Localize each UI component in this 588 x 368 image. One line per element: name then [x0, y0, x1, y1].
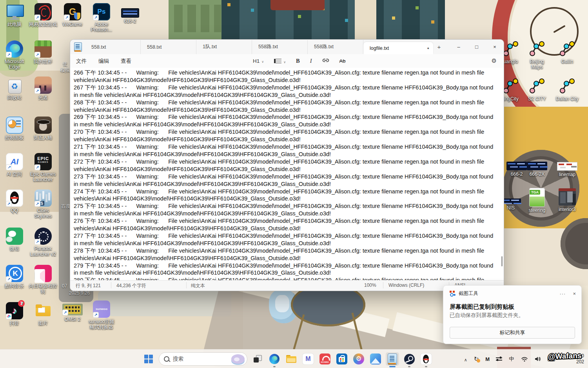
desktop-icon-netease-games[interactable]: 网易发烧游戏	[29, 3, 58, 27]
scrollbar-thumb[interactable]	[501, 256, 503, 266]
log-text[interactable]: 266 下午 10:34:45 - - Warning: File vehicl…	[70, 68, 504, 280]
wallpaper-pillar	[355, 0, 376, 39]
heading-dropdown[interactable]: H1∨	[253, 58, 264, 64]
desktop-icon-sz-city[interactable]: SZ CITY	[523, 78, 551, 102]
desktop-icon-recycle-bin[interactable]: ♻ 回收站	[0, 77, 29, 100]
desktop-icon-photoshop[interactable]: Ps AdobePhotosh...	[87, 3, 116, 33]
desktop-icon-identity-v[interactable]: 第五人格	[29, 117, 58, 140]
desktop-icon-sky[interactable]: 光遇	[29, 77, 58, 100]
toast-close-icon[interactable]: ×	[573, 291, 576, 297]
desktop-icon-cities-skylines[interactable]: CS CitiesSkylines	[29, 189, 58, 219]
menu-view[interactable]: 查看	[115, 58, 137, 65]
tab-558-2[interactable]: 558.txt	[141, 40, 196, 54]
clear-format-button[interactable]: Ab	[339, 58, 346, 64]
desktop-icon-kugou[interactable]: 酷狗音乐	[0, 265, 29, 289]
desktop-icon-wechat[interactable]: 微信	[0, 228, 29, 251]
taskbar: 搜索 M HUAWEI ⚙ ∧ ↻ M 中 上午 10:10	[0, 349, 588, 368]
taskbar-ms-store[interactable]	[335, 352, 348, 366]
desktop-icon-dalian-city[interactable]: Dalian City	[554, 78, 581, 102]
search-icon	[164, 356, 169, 362]
tray-chevron-up-icon[interactable]: ∧	[464, 357, 467, 363]
map-dots-icon	[502, 78, 519, 95]
menu-file[interactable]: 文件	[70, 58, 93, 65]
start-button[interactable]	[142, 352, 155, 366]
speaker-icon[interactable]	[535, 356, 541, 362]
taskbar-edge[interactable]	[268, 352, 281, 366]
status-eol[interactable]: Windows (CRLF)	[388, 282, 424, 288]
taskbar-explorer[interactable]	[285, 352, 298, 366]
map-dots-icon	[559, 40, 576, 58]
wallpaper-red-band	[270, 0, 325, 10]
snipping-tool-toast[interactable]: 截图工具 ··· × 屏幕截图已复制到剪贴板 已自动保存到屏幕截图文件夹。 标记…	[443, 285, 582, 344]
tray-m-icon[interactable]: M	[485, 356, 489, 362]
desktop-icon-qq[interactable]: QQ	[0, 189, 29, 213]
desktop-icon-sunlogin[interactable]: 向日葵远程控制	[29, 265, 58, 294]
taskbar-gear-app[interactable]: ⚙	[352, 352, 365, 366]
markup-share-button[interactable]: 标记和共享	[450, 327, 575, 339]
desktop-icon-edge[interactable]: MicrosoftEdge	[0, 40, 29, 70]
tab-558lu-2[interactable]: 558路.txt	[308, 40, 363, 54]
list-dropdown[interactable]: ∨	[274, 58, 286, 65]
kugou-icon	[6, 265, 23, 282]
desktop-icon-minecraft[interactable]: 我的世界	[29, 40, 58, 64]
status-zoom[interactable]: 100%	[364, 282, 376, 288]
ime-indicator[interactable]: 中	[509, 355, 514, 363]
desktop-icon-epic[interactable]: EPICGAMES Epic GamesLauncher	[29, 153, 58, 182]
link-button[interactable]	[322, 58, 329, 65]
epic-games-icon: EPICGAMES	[34, 153, 52, 170]
tray-sync-icon[interactable]: ↻	[474, 355, 479, 363]
desktop-icon-guilin[interactable]: Guilin	[554, 40, 581, 64]
bold-button[interactable]: B	[296, 58, 300, 64]
settings-gear-icon[interactable]: ⚙	[492, 57, 497, 64]
edge-icon	[269, 354, 279, 364]
desktop-icon-control-panel[interactable]: 控制面板	[0, 117, 29, 140]
toast-app-name: 截图工具	[459, 290, 478, 297]
desktop-icon-666-2x[interactable]: 666-2X	[523, 156, 551, 177]
taskbar-photos[interactable]	[369, 352, 382, 366]
snipping-tool-icon	[450, 291, 456, 297]
desktop-icon-beijing-maps[interactable]: BeijingMaps	[523, 40, 551, 70]
desktop-icon-pictures[interactable]: 图片	[29, 302, 58, 326]
desktop-icon-douyin[interactable]: ♪7 抖音	[0, 302, 29, 326]
tab-1dui[interactable]: 1队.txt	[196, 40, 252, 54]
watermark: @Wafans	[548, 352, 582, 361]
map-dots-icon	[502, 40, 519, 58]
desktop-icon-wegame[interactable]: G WeGame	[58, 3, 87, 27]
new-tab-button[interactable]: +	[433, 44, 445, 50]
close-button[interactable]: ×	[486, 40, 504, 54]
huawei-icon: HUAWEI	[319, 353, 330, 364]
minimize-button[interactable]: –	[450, 40, 468, 54]
tab-558[interactable]: 558.txt	[85, 40, 141, 54]
desktop-icon-sunwoo[interactable]: sunwoo sunwoo音频格式转换器	[87, 301, 116, 330]
desktop-icon-this-pc[interactable]: 此电脑	[0, 3, 29, 27]
tab-logfile-active[interactable]: logfile.txt ●	[363, 42, 433, 54]
wifi-icon[interactable]	[521, 356, 528, 362]
desktop-icon-linemap[interactable]: linemap	[554, 156, 581, 177]
desktop-icon-steering[interactable]: TGA steering	[523, 188, 551, 213]
italic-button[interactable]: I	[310, 58, 312, 64]
chevron-down-icon: ∨	[261, 60, 264, 64]
status-doc-type: 纯文本	[191, 282, 205, 289]
maximize-button[interactable]: □	[468, 40, 486, 54]
search-box[interactable]: 搜索	[159, 352, 247, 366]
desktop-icon-interior3[interactable]: interior3	[554, 188, 581, 212]
taskbar-m-app[interactable]: M	[301, 352, 315, 366]
desktop-icon-616-2[interactable]: 616-2	[116, 3, 145, 24]
netease-flame-icon	[34, 3, 52, 20]
tray-sliders-icon[interactable]	[496, 357, 502, 361]
task-view-button[interactable]	[251, 352, 264, 366]
notepad-icon	[388, 353, 397, 365]
taskbar-steam[interactable]	[403, 352, 416, 366]
desktop-icon-paradox[interactable]: ParadoxLauncher v2	[29, 228, 58, 257]
desktop-icon-omsi2[interactable]: OMSI 2	[58, 301, 87, 322]
toast-more-button[interactable]: ···	[559, 291, 566, 297]
taskbar-huawei-app[interactable]: HUAWEI	[318, 352, 332, 366]
taskbar-notepad-active[interactable]	[386, 352, 399, 366]
taskbar-qq[interactable]	[419, 352, 433, 366]
tab-558lu[interactable]: 558路.txt	[252, 40, 308, 54]
menu-edit[interactable]: 编辑	[93, 58, 115, 65]
status-line-col: 行 9, 列 121	[76, 282, 101, 289]
notepad-window: 558.txt 558.txt 1队.txt 558路.txt 558路.txt…	[70, 39, 504, 291]
log-entry: 273 下午 10:34:45 - - Warning: File vehicl…	[74, 173, 499, 188]
desktop-icon-ai-space[interactable]: AI AI 空间	[0, 153, 29, 177]
